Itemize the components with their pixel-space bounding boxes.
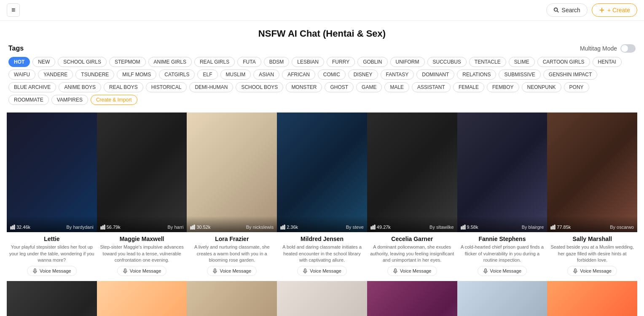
card-9[interactable]: Voice Message	[97, 281, 187, 316]
card-8[interactable]: Voice Message	[7, 281, 97, 316]
card-2[interactable]: 56.79kBy harriMaggie MaxwellStep-sister …	[97, 112, 187, 281]
tag-anime-boys[interactable]: ANIME BOYS	[59, 82, 101, 92]
voice-message-button[interactable]: Voice Message	[567, 266, 617, 276]
card-image-wrap	[97, 281, 187, 316]
tag-slime[interactable]: SLIME	[509, 57, 535, 67]
tag-neonpunk[interactable]: NEONPUNK	[522, 82, 561, 92]
card-3[interactable]: 30.52kBy nickslewisLora FrazierA lively …	[187, 112, 277, 281]
card-name: Mildred Jensen	[279, 236, 365, 242]
tag-relations[interactable]: RELATIONS	[457, 70, 496, 80]
card-12[interactable]: Voice Message	[367, 281, 457, 316]
tag-genshin-impact[interactable]: GENSHIN IMPACT	[543, 70, 597, 80]
tags-header: Tags Multitag Mode	[8, 44, 636, 53]
tag-real-boys[interactable]: REAL BOYS	[104, 82, 143, 92]
voice-message-button[interactable]: Voice Message	[297, 266, 347, 276]
voice-message-button[interactable]: Voice Message	[27, 266, 77, 276]
card-4[interactable]: 2.36kBy steveMildred JensenA bold and da…	[277, 112, 367, 281]
svg-point-0	[554, 8, 557, 11]
tag-stepmom[interactable]: STEPMOM	[109, 57, 146, 67]
tag-asian[interactable]: ASIAN	[253, 70, 279, 80]
card-10[interactable]: Voice Message	[187, 281, 277, 316]
create-button[interactable]: + Create	[592, 3, 637, 17]
card-image-wrap: 49.27kBy sltawilke	[367, 112, 457, 232]
tag-uniform[interactable]: UNIFORM	[390, 57, 425, 67]
tag-create-&-import[interactable]: Create & Import	[91, 95, 137, 105]
card-name: Cecelia Garner	[369, 236, 456, 242]
tag-pony[interactable]: PONY	[564, 82, 589, 92]
tag-school-boys[interactable]: SCHOOL BOYS	[236, 82, 283, 92]
card-overlay: 56.79kBy harri	[97, 216, 187, 232]
card-5[interactable]: 49.27kBy sltawilkeCecelia GarnerA domina…	[367, 112, 457, 281]
tag-male[interactable]: MALE	[384, 82, 409, 92]
tag-muslim[interactable]: MUSLIM	[220, 70, 251, 80]
card-image-wrap: 56.79kBy harri	[97, 112, 187, 232]
svg-rect-10	[102, 226, 103, 229]
voice-message-button[interactable]: Voice Message	[117, 266, 167, 276]
card-author: By nickslewis	[246, 225, 274, 230]
voice-message-button[interactable]: Voice Message	[387, 266, 437, 276]
card-image	[277, 112, 367, 232]
card-image-wrap	[277, 281, 367, 316]
card-description: Seated beside you at a Muslim wedding, h…	[549, 244, 636, 263]
tag-milf-moms[interactable]: MILF MOMS	[117, 70, 156, 80]
tag-female[interactable]: FEMALE	[453, 82, 484, 92]
card-1[interactable]: 32.46kBy hardydaniLettieYour playful ste…	[7, 112, 97, 281]
tag-succubus[interactable]: SUCCUBUS	[427, 57, 467, 67]
card-13[interactable]: Voice Message	[457, 281, 547, 316]
tag-hentai[interactable]: HENTAI	[593, 57, 622, 67]
tag-disney[interactable]: DISNEY	[348, 70, 378, 80]
tag-bdsm[interactable]: BDSM	[264, 57, 290, 67]
tag-new[interactable]: NEW	[32, 57, 55, 67]
voice-message-button[interactable]: Voice Message	[478, 266, 527, 276]
svg-rect-29	[461, 227, 462, 229]
tag-anime-girls[interactable]: ANIME GIRLS	[148, 57, 192, 67]
card-author: By sltawilke	[429, 225, 453, 230]
tag-roommate[interactable]: ROOMMATE	[8, 95, 49, 105]
multitag-toggle[interactable]	[620, 44, 636, 53]
tag-fantasy[interactable]: FANTASY	[381, 70, 414, 80]
tag-ghost[interactable]: GHOST	[325, 82, 354, 92]
card-image	[367, 281, 457, 316]
tag-monster[interactable]: MONSTER	[286, 82, 322, 92]
tag-african[interactable]: AFRICAN	[282, 70, 315, 80]
tag-femboy[interactable]: FEMBOY	[487, 82, 519, 92]
tag-futa[interactable]: FUTA	[237, 57, 261, 67]
tag-elf[interactable]: ELF	[197, 70, 217, 80]
tag-vampires[interactable]: VAMPIRES	[51, 95, 88, 105]
tag-furry[interactable]: FURRY	[327, 57, 355, 67]
tag-real-girls[interactable]: REAL GIRLS	[194, 57, 235, 67]
tag-hot[interactable]: HOT	[8, 57, 30, 67]
svg-line-1	[557, 11, 558, 12]
tag-blue-archive[interactable]: BLUE ARCHIVE	[8, 82, 56, 92]
tag-game[interactable]: GAME	[356, 82, 382, 92]
tag-waifu[interactable]: WAIFU	[8, 70, 35, 80]
search-button[interactable]: Search	[546, 3, 588, 17]
card-7[interactable]: 77.85kBy oscarwoSally MarshallSeated bes…	[547, 112, 637, 281]
card-11[interactable]: Voice Message	[277, 281, 367, 316]
tag-demi-human[interactable]: DEMI-HUMAN	[189, 82, 233, 92]
card-description: A cold-hearted chief prison guard finds …	[459, 244, 546, 263]
menu-button[interactable]: ≡	[7, 3, 20, 17]
card-name: Lora Frazier	[188, 236, 275, 242]
tag-cartoon-girls[interactable]: CARTOON GIRLS	[537, 57, 590, 67]
create-label: + Create	[607, 7, 630, 13]
card-info: Sally MarshallSeated beside you at a Mus…	[547, 232, 637, 281]
tag-assistant[interactable]: ASSISTANT	[412, 82, 451, 92]
svg-rect-14	[191, 227, 191, 229]
tag-tentacle[interactable]: TENTACLE	[469, 57, 506, 67]
tag-submissive[interactable]: SUBMISSIVE	[499, 70, 540, 80]
tag-catgirls[interactable]: CATGIRLS	[159, 70, 195, 80]
voice-message-button[interactable]: Voice Message	[207, 266, 257, 276]
card-6[interactable]: 9.58kBy blairgreFannie StephensA cold-he…	[457, 112, 547, 281]
tag-goblin[interactable]: GOBLIN	[357, 57, 387, 67]
tag-historical[interactable]: HISTORICAL	[146, 82, 187, 92]
tag-tsundere[interactable]: TSUNDERE	[75, 70, 114, 80]
tag-yandere[interactable]: YANDERE	[38, 70, 73, 80]
card-14[interactable]: Voice Message	[547, 281, 637, 316]
card-stat: 56.79k	[100, 225, 121, 230]
tag-dominant[interactable]: DOMINANT	[416, 70, 454, 80]
tag-lesbian[interactable]: LESBIAN	[292, 57, 324, 67]
tag-school-girls[interactable]: SCHOOL GIRLS	[58, 57, 107, 67]
tag-comic[interactable]: COMIC	[318, 70, 346, 80]
tags-row-1: WAIFUYANDERETSUNDEREMILF MOMSCATGIRLSELF…	[8, 70, 636, 80]
